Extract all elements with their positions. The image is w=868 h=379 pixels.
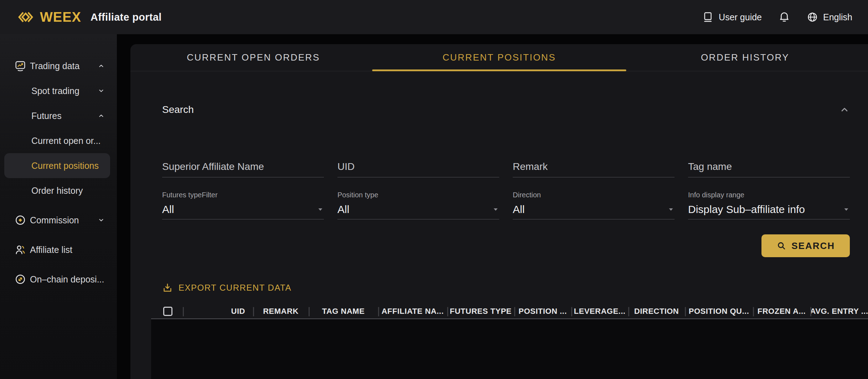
field-uid: [337, 156, 499, 177]
search-icon: [776, 241, 786, 251]
chevron-down-icon: [97, 216, 105, 224]
sidebar-item-commission[interactable]: Commission: [4, 208, 110, 233]
dropdown-arrow-icon: [667, 206, 675, 213]
user-guide-label: User guide: [719, 12, 762, 22]
search-header: Search: [162, 104, 850, 115]
column-header-avg-entry: AVG. ENTRY ...: [810, 304, 868, 318]
sidebar-item-spot-trading[interactable]: Spot trading: [4, 78, 110, 103]
table-header-row: UID REMARK TAG NAME AFFILIATE NA... FUTU…: [151, 304, 868, 319]
search-section: Search: [130, 71, 868, 257]
export-label: EXPORT CURRENT DATA: [179, 283, 291, 293]
direction-select[interactable]: All: [513, 199, 675, 219]
sidebar-item-current-open-orders[interactable]: Current open or...: [4, 128, 110, 153]
sidebar-item-label: Spot trading: [31, 86, 79, 96]
remark-input[interactable]: [513, 156, 675, 177]
select-value: All: [337, 203, 349, 216]
header-actions: User guide English: [702, 11, 852, 23]
sidebar-item-affiliate-list[interactable]: Affiliate list: [4, 237, 110, 262]
column-header-frozen-amount: FROZEN A...: [753, 304, 810, 318]
sidebar-item-trading-data[interactable]: Trading data: [4, 53, 110, 78]
column-header-tag-name: TAG NAME: [309, 304, 378, 318]
sidebar-item-current-positions[interactable]: Current positions: [4, 153, 110, 178]
tab-current-open-orders[interactable]: CURRENT OPEN ORDERS: [130, 44, 376, 71]
field-info-display-range: Info display range Display Sub–affiliate…: [688, 191, 850, 219]
search-button-label: SEARCH: [791, 240, 835, 251]
select-label: Futures typeFilter: [162, 191, 324, 199]
shell: Trading data Spot trading Futures Curren…: [0, 34, 868, 379]
column-header-remark: REMARK: [253, 304, 309, 318]
select-label: Info display range: [688, 191, 850, 199]
sidebar-item-label: Current open or...: [31, 136, 101, 146]
dropdown-arrow-icon: [843, 206, 850, 213]
chevron-down-icon: [97, 87, 105, 95]
page-title: Affiliate portal: [91, 11, 162, 23]
column-header-position-quantity: POSITION QU...: [685, 304, 753, 318]
collapse-chevron-icon[interactable]: [839, 104, 850, 115]
column-header-futures-type: FUTURES TYPE: [447, 304, 514, 318]
search-button[interactable]: SEARCH: [761, 234, 850, 257]
dropdown-arrow-icon: [492, 206, 499, 213]
tab-current-positions[interactable]: CURRENT POSITIONS: [376, 44, 622, 71]
table-body: [151, 319, 868, 379]
select-value: All: [162, 203, 174, 216]
app: WEEX Affiliate portal User guide: [0, 0, 868, 379]
info-display-range-select[interactable]: Display Sub–affiliate info: [688, 199, 850, 219]
futures-type-select[interactable]: All: [162, 199, 324, 219]
dropdown-arrow-icon: [317, 206, 324, 213]
uid-input[interactable]: [337, 156, 499, 177]
sidebar-item-onchain-deposit[interactable]: On–chain deposi...: [4, 267, 110, 292]
sidebar-item-futures[interactable]: Futures: [4, 103, 110, 128]
field-superior-affiliate-name: [162, 156, 324, 177]
positions-table: UID REMARK TAG NAME AFFILIATE NA... FUTU…: [151, 304, 868, 379]
sidebar: Trading data Spot trading Futures Curren…: [0, 34, 117, 379]
field-tag-name: [688, 156, 850, 177]
column-header-leverage: LEVERAGE...: [571, 304, 628, 318]
column-header-uid: UID: [183, 304, 253, 318]
table-header-checkbox-cell: [151, 304, 183, 318]
weex-logo-icon: [16, 9, 35, 25]
field-position-type: Position type All: [337, 191, 499, 219]
brand-name: WEEX: [40, 10, 81, 25]
sidebar-item-label: Commission: [30, 215, 79, 225]
brand: WEEX Affiliate portal: [16, 9, 162, 25]
search-title: Search: [162, 104, 194, 115]
chevron-up-icon: [97, 62, 105, 70]
superior-affiliate-name-input[interactable]: [162, 156, 324, 177]
bell-icon: [778, 11, 790, 23]
select-value: Display Sub–affiliate info: [688, 203, 805, 216]
column-header-direction: DIRECTION: [628, 304, 685, 318]
results-section: EXPORT CURRENT DATA UID REMARK TAG NAME …: [130, 257, 868, 379]
column-header-position-type: POSITION ...: [514, 304, 571, 318]
trading-data-icon: [14, 60, 26, 72]
download-icon: [162, 282, 173, 293]
top-header: WEEX Affiliate portal User guide: [0, 0, 868, 34]
field-remark: [513, 156, 675, 177]
tag-name-input[interactable]: [688, 156, 850, 177]
user-guide-button[interactable]: User guide: [702, 11, 762, 23]
language-selector[interactable]: English: [807, 11, 852, 23]
language-label: English: [823, 12, 852, 22]
book-icon: [702, 11, 714, 23]
sidebar-item-label: Order history: [31, 186, 83, 196]
search-button-row: SEARCH: [162, 234, 850, 257]
text-filter-row: [162, 156, 850, 177]
chevron-up-icon: [97, 112, 105, 120]
tab-order-history[interactable]: ORDER HISTORY: [622, 44, 868, 71]
select-value: All: [513, 203, 525, 216]
onchain-deposit-icon: [14, 273, 26, 285]
main-area: CURRENT OPEN ORDERS CURRENT POSITIONS OR…: [117, 34, 868, 379]
sidebar-item-label: Trading data: [30, 61, 79, 71]
globe-icon: [807, 11, 818, 23]
sidebar-item-order-history[interactable]: Order history: [4, 178, 110, 203]
select-all-checkbox[interactable]: [163, 307, 172, 316]
select-filter-row: Futures typeFilter All Position type: [162, 191, 850, 219]
sidebar-item-label: On–chain deposi...: [30, 274, 104, 285]
position-type-select[interactable]: All: [337, 199, 499, 219]
notifications-button[interactable]: [778, 11, 790, 23]
export-current-data-button[interactable]: EXPORT CURRENT DATA: [162, 281, 868, 295]
affiliate-list-icon: [14, 244, 26, 256]
field-direction: Direction All: [513, 191, 675, 219]
sidebar-item-label: Futures: [31, 111, 62, 121]
column-header-affiliate-name: AFFILIATE NA...: [378, 304, 447, 318]
tab-bar: CURRENT OPEN ORDERS CURRENT POSITIONS OR…: [130, 44, 868, 71]
